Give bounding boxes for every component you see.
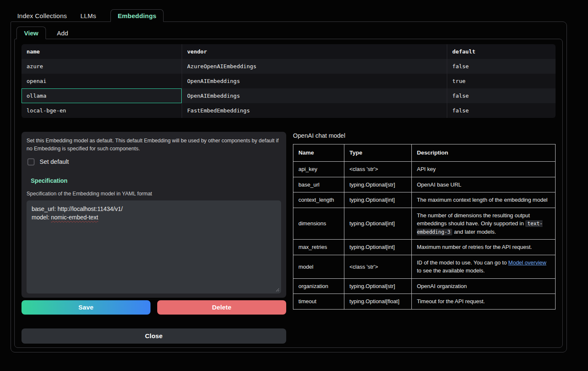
close-button[interactable]: Close: [21, 328, 286, 344]
tab-view[interactable]: View: [16, 27, 46, 39]
model-overview-link[interactable]: Model overview: [508, 259, 546, 266]
table-cell-default-ollama[interactable]: false: [447, 88, 556, 103]
doc-cell-desc: Maximum number of retries for the API re…: [412, 240, 556, 255]
doc-cell-type: typing.Optional[int]: [344, 208, 412, 240]
doc-row-organization: organization typing.Optional[str] OpenAI…: [293, 278, 556, 294]
set-default-label: Set default: [40, 158, 69, 165]
doc-row-base-url: base_url typing.Optional[str] OpenAI bas…: [293, 177, 556, 192]
doc-cell-name: organization: [293, 278, 344, 294]
default-description: Set this Embedding model as default. Thi…: [27, 137, 279, 153]
embeddings-table: name vendor default azure AzureOpenAIEmb…: [21, 44, 556, 118]
set-default-checkbox[interactable]: [27, 158, 35, 165]
doc-header-row: Name Type Description: [293, 144, 556, 162]
doc-cell-type: typing.Optional[int]: [344, 240, 412, 255]
view-tab-panel: name vendor default azure AzureOpenAIEmb…: [14, 39, 563, 348]
table-cell-name-azure[interactable]: azure: [21, 59, 182, 74]
table-cell-default-openai[interactable]: true: [447, 74, 556, 88]
doc-cell-name: timeout: [293, 294, 344, 310]
doc-cell-desc: ID of the model to use. You can go to Mo…: [412, 255, 556, 278]
doc-cell-desc: The number of dimensions the resulting o…: [412, 208, 556, 240]
doc-cell-type: typing.Optional[str]: [344, 177, 412, 192]
yaml-line-2: model: nomic-embed-text: [32, 213, 276, 222]
action-buttons-row: Save Delete: [21, 300, 286, 315]
config-panel: Set this Embedding model as default. Thi…: [21, 132, 286, 298]
doc-cell-desc: The maximum context length of the embedd…: [412, 192, 556, 208]
main-tab-bar: Index Collections LLMs Embeddings: [11, 9, 567, 22]
doc-cell-name: max_retries: [293, 240, 344, 255]
detail-area: Set this Embedding model as default. Thi…: [21, 132, 556, 344]
resize-handle-icon[interactable]: [275, 288, 279, 292]
doc-cell-name: api_key: [293, 162, 344, 177]
doc-row-dimensions: dimensions typing.Optional[int] The numb…: [293, 208, 556, 240]
table-cell-default-azure[interactable]: false: [447, 59, 556, 74]
tab-embeddings[interactable]: Embeddings: [110, 9, 164, 22]
yaml-editor[interactable]: base_url: http://localhost:11434/v1/ mod…: [27, 200, 281, 294]
sub-tab-bar: View Add: [16, 27, 563, 39]
specification-caption: Specification of the Embedding model in …: [27, 191, 281, 197]
tab-add[interactable]: Add: [50, 27, 75, 39]
column-header-vendor[interactable]: vendor: [182, 44, 447, 59]
doc-cell-type: <class 'str'>: [344, 255, 412, 278]
doc-cell-type: typing.Optional[int]: [344, 192, 412, 208]
doc-cell-type: typing.Optional[float]: [344, 294, 412, 310]
doc-cell-name: dimensions: [293, 208, 344, 240]
doc-header-type: Type: [344, 144, 412, 162]
doc-header-description: Description: [412, 144, 556, 162]
doc-cell-type: typing.Optional[str]: [344, 278, 412, 294]
doc-column: OpenAI chat model Name Type Description …: [293, 132, 556, 310]
table-cell-vendor-azure[interactable]: AzureOpenAIEmbeddings: [182, 59, 447, 74]
yaml-line-1: base_url: http://localhost:11434/v1/: [32, 205, 276, 213]
doc-cell-name: context_length: [293, 192, 344, 208]
doc-panel-title: OpenAI chat model: [293, 132, 556, 139]
doc-row-context-length: context_length typing.Optional[int] The …: [293, 192, 556, 208]
embeddings-tab-panel: View Add name vendor default azure Azure…: [11, 21, 567, 352]
tab-llms[interactable]: LLMs: [74, 9, 103, 22]
yaml-model-value: nomic-embed-text: [51, 214, 98, 221]
doc-row-timeout: timeout typing.Optional[float] Timeout f…: [293, 294, 556, 310]
column-header-default[interactable]: default: [447, 44, 556, 59]
table-cell-name-openai[interactable]: openai: [21, 74, 182, 88]
doc-row-api-key: api_key <class 'str'> API key: [293, 162, 556, 177]
delete-button[interactable]: Delete: [157, 300, 286, 315]
doc-table: Name Type Description api_key <class 'st…: [293, 144, 556, 310]
column-header-name[interactable]: name: [21, 44, 182, 59]
table-cell-default-local-bge-en[interactable]: false: [447, 103, 556, 118]
doc-header-name: Name: [293, 144, 344, 162]
set-default-checkbox-row[interactable]: Set default: [27, 158, 281, 165]
doc-row-model: model <class 'str'> ID of the model to u…: [293, 255, 556, 278]
doc-row-max-retries: max_retries typing.Optional[int] Maximum…: [293, 240, 556, 255]
doc-cell-name: base_url: [293, 177, 344, 192]
app-shell: Index Collections LLMs Embeddings View A…: [0, 0, 588, 352]
table-cell-vendor-ollama[interactable]: OpenAIEmbeddings: [182, 88, 447, 103]
table-cell-vendor-local-bge-en[interactable]: FastEmbedEmbeddings: [182, 103, 447, 118]
doc-cell-desc: OpenAI base URL: [412, 177, 556, 192]
specification-heading: Specification: [31, 177, 281, 184]
save-button[interactable]: Save: [21, 300, 150, 315]
doc-cell-type: <class 'str'>: [344, 162, 412, 177]
table-cell-name-ollama-selected[interactable]: ollama: [21, 88, 182, 103]
doc-cell-desc: Timeout for the API request.: [412, 294, 556, 310]
doc-cell-desc: OpenAI organization: [412, 278, 556, 294]
doc-cell-desc: API key: [412, 162, 556, 177]
table-cell-name-local-bge-en[interactable]: local-bge-en: [21, 103, 182, 118]
table-cell-vendor-openai[interactable]: OpenAIEmbeddings: [182, 74, 447, 88]
tab-index-collections[interactable]: Index Collections: [11, 9, 74, 22]
doc-cell-name: model: [293, 255, 344, 278]
edit-column: Set this Embedding model as default. Thi…: [21, 132, 286, 344]
